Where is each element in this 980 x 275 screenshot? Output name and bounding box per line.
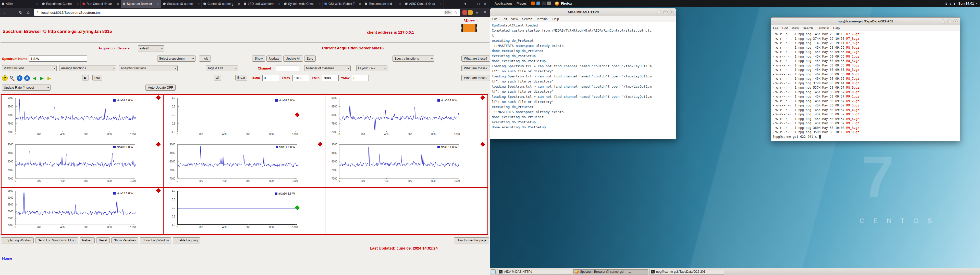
tab-close-icon[interactable]: × <box>157 2 159 6</box>
show-variables-button[interactable]: Show Variables <box>111 237 138 243</box>
maximize-button[interactable]: □ <box>663 10 668 14</box>
browser-tab-asic-control-ca[interactable]: ASIC Control @ ca× <box>403 0 444 8</box>
status-marker-aida01[interactable] <box>156 95 161 100</box>
taskbar-window-2[interactable]: Spectrum Browser @ carme-gsi — ... <box>573 269 648 275</box>
browser-tab-spectrum-browser[interactable]: Spectrum Browser× <box>121 0 161 8</box>
terminal-menu-search[interactable]: Search <box>803 27 813 30</box>
radioactive-icon[interactable]: ☢ <box>2 75 8 81</box>
close-button[interactable]: × <box>482 2 488 6</box>
play-button[interactable]: ▶ <box>82 75 89 81</box>
plot-area-aida11[interactable]: aida11 1.8.W <box>177 144 298 179</box>
reload-button[interactable]: Reload <box>80 237 95 243</box>
xmax-input[interactable] <box>293 75 309 81</box>
terminal-titlebar[interactable]: npg@carme-gsi:/TapeData/G22-201 −□× <box>771 17 960 25</box>
layout-dropdown[interactable]: Layout ID=7 <box>356 65 387 71</box>
show-desktop-button[interactable] <box>491 269 496 274</box>
close-button[interactable]: × <box>670 10 674 14</box>
galleries-dropdown[interactable]: Number of Galleries <box>304 65 351 71</box>
zoom-indicator[interactable]: 90% <box>444 10 452 14</box>
terminal-launcher-icon[interactable] <box>542 2 546 5</box>
browser-tab-statistics-carme[interactable]: Statistics @ carme× <box>161 0 202 8</box>
terminal-menu-view[interactable]: View <box>511 17 518 21</box>
ymin-input[interactable] <box>322 75 339 81</box>
what-are-these-button-2[interactable]: What are these? <box>461 65 490 71</box>
plot-area-aida12[interactable]: aida12 1.8.W <box>339 144 459 179</box>
send-log-window-to-elog-button[interactable]: Send Log Window to ELog <box>35 237 78 243</box>
browser-tab-led-and-waveform[interactable]: LED and Waveform× <box>242 0 282 8</box>
empty-log-window-button[interactable]: Empty Log Window <box>1 237 34 243</box>
plot-area-aida13[interactable]: aida13 1.8.W <box>15 191 135 225</box>
new-button[interactable]: new <box>92 75 102 81</box>
spectrum-name-input[interactable] <box>29 55 87 62</box>
minimize-button[interactable]: − <box>941 19 945 24</box>
all-button[interactable]: all <box>214 75 221 81</box>
plot-area-aida05[interactable]: aida05 1.8.W <box>339 98 459 132</box>
minimize-button[interactable]: − <box>657 10 661 14</box>
places-menu[interactable]: Places <box>514 2 528 5</box>
back-icon[interactable]: ← <box>2 9 9 16</box>
tab-close-icon[interactable]: × <box>278 2 280 6</box>
magnifier-icon[interactable] <box>10 75 15 81</box>
select-spectrum-dropdown[interactable]: Select a spectrum <box>157 55 196 62</box>
tab-close-icon[interactable]: × <box>117 2 119 6</box>
browser-tab-system-wide-chec[interactable]: System wide Chec× <box>282 0 323 8</box>
acquisition-server-select[interactable]: aida26 <box>138 45 164 51</box>
ymax-input[interactable] <box>352 75 369 81</box>
clock[interactable]: Sun 14:01 <box>958 2 974 5</box>
url-bar[interactable]: localhost:8015/Spectrum/Spectrum.tml 90%… <box>34 9 460 16</box>
editor-launcher-icon[interactable] <box>547 2 551 5</box>
terminal-menu-help[interactable]: Help <box>552 17 559 21</box>
info-icon[interactable]: i <box>17 75 22 81</box>
extension-icon-1[interactable] <box>463 10 467 15</box>
tab-close-icon[interactable]: × <box>36 2 38 6</box>
volume-icon[interactable]: ♪ <box>950 2 951 6</box>
zero-button[interactable]: Zero <box>304 55 316 62</box>
terminal-menu-search[interactable]: Search <box>522 17 532 21</box>
network-icon[interactable]: ⇅ <box>945 2 947 6</box>
forward-icon[interactable]: → <box>10 9 16 16</box>
tab-close-icon[interactable]: × <box>399 2 401 6</box>
browser-tab-experiment-contro[interactable]: Experiment Contro× <box>40 0 81 8</box>
plot-area-aida02[interactable]: aida02 1.8.W <box>177 98 298 132</box>
status-marker-aida13[interactable] <box>156 188 161 193</box>
tab-close-icon[interactable]: × <box>197 2 200 6</box>
taskbar-window-1[interactable]: >_AIDA MIDAS HTTPd <box>497 269 572 275</box>
panel-caret-icon[interactable]: ▾ <box>976 2 977 5</box>
multi-button[interactable]: multi <box>199 55 211 62</box>
tab-close-icon[interactable]: × <box>238 2 240 6</box>
home-icon[interactable]: ⌂ <box>25 9 32 16</box>
plot-area-aida08[interactable]: aida08 1.8.W <box>15 144 135 179</box>
terminal-titlebar[interactable]: AIDA MIDAS HTTPd −□× <box>490 8 676 16</box>
view-functions-dropdown[interactable]: View functions <box>2 65 57 71</box>
terminal-menu-terminal[interactable]: Terminal <box>536 17 548 21</box>
plot-area-aida01[interactable]: aida01 1.8.W <box>15 98 135 132</box>
browser-tab-run-control-car[interactable]: Run Control @ car× <box>81 0 121 8</box>
focused-app-name[interactable]: Firefox <box>561 2 572 5</box>
enable-logging-button[interactable]: Enable Logging <box>173 237 200 243</box>
tags-fits-dropdown[interactable]: Tags & Fits <box>206 65 239 71</box>
arrange-functions-dropdown[interactable]: Arrange functions <box>59 65 116 71</box>
files-launcher-icon[interactable] <box>536 2 540 5</box>
terminal-1-output[interactable]: RunControlClient loadedCompleted custom … <box>490 22 676 139</box>
terminal-menu-file[interactable]: File <box>492 17 497 21</box>
overflow-icon[interactable]: » <box>474 9 480 16</box>
green-right-arrow-icon[interactable]: ▶ <box>39 75 45 81</box>
reset-button[interactable]: Reset <box>96 237 110 243</box>
xmin-input[interactable] <box>262 75 279 81</box>
close-button[interactable]: × <box>953 19 958 24</box>
browser-tab-gsi-white-rabbit-t[interactable]: GSI White Rabbit T× <box>323 0 363 8</box>
status-marker-aida05[interactable] <box>480 95 485 100</box>
terminal-2-output[interactable]: -rw-r--r--. 1 npg npg 45K May 29 10:18 R… <box>771 31 960 141</box>
status-marker-aida08[interactable] <box>156 142 161 146</box>
applications-menu[interactable]: Applications <box>493 2 514 5</box>
browser-tab-temperature-and[interactable]: Temperature and× <box>363 0 403 8</box>
home-link[interactable]: Home <box>2 256 12 261</box>
tab-close-icon[interactable]: × <box>76 2 79 6</box>
firefox-launcher-icon[interactable] <box>531 2 535 5</box>
battery-icon[interactable]: ▮ <box>953 2 955 6</box>
terminal-menu-terminal[interactable]: Terminal <box>817 27 829 30</box>
maximize-button[interactable]: □ <box>947 19 951 24</box>
maximize-button[interactable]: □ <box>475 2 482 6</box>
green-left-arrow-icon[interactable]: ◀ <box>32 75 37 81</box>
tab-close-icon[interactable]: × <box>359 2 361 6</box>
